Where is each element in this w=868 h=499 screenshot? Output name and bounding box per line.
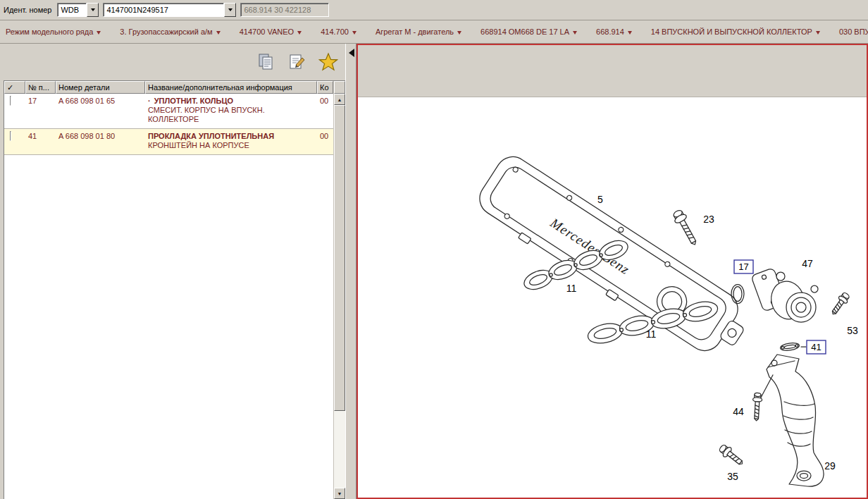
chevron-down-icon <box>91 8 95 11</box>
epc-window: Идент. номер Режим модельного ряда 3. Гр… <box>0 0 868 499</box>
chevron-down-icon <box>816 31 820 35</box>
scrollbar-track[interactable] <box>334 105 345 488</box>
header-name-column: Название/дополнительная информация <box>145 81 317 94</box>
parts-list-panel: ✓ № п... Номер детали Название/дополните… <box>0 44 345 499</box>
breadcrumb-label: 668914 OM668 DE 17 LA <box>480 27 569 36</box>
table-empty-area <box>4 155 333 499</box>
table-vertical-scrollbar[interactable]: ▲ ▼ <box>333 81 345 499</box>
qty-cell: 00 <box>317 129 333 154</box>
part-callout-box-17[interactable]: 17 <box>734 260 753 273</box>
chevron-up-icon: ▲ <box>337 97 342 102</box>
breadcrumb-label: 030 ВПУСКНОЙ КО <box>839 27 868 36</box>
favorites-star-icon[interactable] <box>318 52 338 72</box>
header-part-number-column: Номер детали <box>56 81 145 94</box>
part-callout-41: 41 <box>811 342 821 352</box>
row-checkbox[interactable] <box>10 131 11 141</box>
part-callout-11: 11 <box>566 283 577 294</box>
breadcrumb: Режим модельного ряда 3. Грузопассажирск… <box>0 20 868 44</box>
breadcrumb-label: 668.914 <box>596 27 624 36</box>
breadcrumb-item-model-code[interactable]: 414.700 <box>321 27 356 36</box>
ident-number-label: Идент. номер <box>4 6 51 14</box>
flange-gasket-part-41 <box>780 342 800 352</box>
header-check-column: ✓ <box>4 81 25 94</box>
breadcrumb-label: 14 ВПУСКНОЙ И ВЫПУСКНОЙ КОЛЛЕКТОР <box>651 27 812 36</box>
parts-table-header: ✓ № п... Номер детали Название/дополните… <box>4 81 333 94</box>
part-number-cell: A 668 098 01 80 <box>56 129 145 154</box>
position-cell: 17 <box>25 94 56 128</box>
part-name: ·УПЛОТНИТ. КОЛЬЦО <box>148 97 316 106</box>
part-callout-17: 17 <box>738 261 748 272</box>
edit-note-icon[interactable] <box>287 52 307 72</box>
drawing-canvas[interactable]: Mercedes-Benz <box>358 97 867 498</box>
mixing-housing-part-47 <box>751 268 818 323</box>
part-callout-box-41[interactable]: 41 <box>807 340 826 354</box>
chevron-down-icon <box>228 8 232 11</box>
scroll-up-button[interactable]: ▲ <box>334 94 345 105</box>
breadcrumb-item-engine-code[interactable]: 668.914 <box>596 27 632 36</box>
breadcrumb-item-model[interactable]: 414700 VANEO <box>240 27 302 36</box>
part-info-line: СМЕСИТ. КОРПУС НА ВПУСКН. <box>148 106 316 115</box>
ident-number-combo <box>103 3 236 17</box>
market-code-dropdown-button[interactable] <box>87 3 99 17</box>
parts-diagram: Mercedes-Benz <box>358 97 867 498</box>
part-callout-29: 29 <box>824 460 836 472</box>
table-row[interactable]: 17 A 668 098 01 65 ·УПЛОТНИТ. КОЛЬЦО СМЕ… <box>4 94 333 129</box>
qty-cell: 00 <box>317 94 333 128</box>
part-info-line: КОЛЛЕКТОРЕ <box>148 115 316 124</box>
scroll-down-button[interactable]: ▼ <box>334 488 345 499</box>
breadcrumb-item-model-range-mode[interactable]: Режим модельного ряда <box>6 27 101 36</box>
header-qty-column: Ко <box>317 81 333 94</box>
chevron-down-icon <box>297 31 302 35</box>
part-callout-47: 47 <box>802 258 813 269</box>
breadcrumb-item-subgroup[interactable]: 030 ВПУСКНОЙ КО <box>839 27 868 36</box>
part-name: ПРОКЛАДКА УПЛОТНИТЕЛЬНАЯ <box>148 132 316 141</box>
breadcrumb-item-aggregate[interactable]: Агрегат M - двигатель <box>376 27 461 36</box>
part-callout-53: 53 <box>847 325 858 336</box>
parts-table-grid: ✓ № п... Номер детали Название/дополните… <box>4 81 333 499</box>
chevron-down-icon: ▼ <box>337 491 342 496</box>
part-callout-5: 5 <box>597 194 603 205</box>
scrollbar-header-spacer <box>334 81 345 94</box>
chevron-down-icon <box>352 31 356 35</box>
part-callout-23: 23 <box>703 214 714 225</box>
part-name-cell: ПРОКЛАДКА УПЛОТНИТЕЛЬНАЯ КРОНШТЕЙН НА КО… <box>145 129 317 154</box>
aggregate-number-field <box>240 3 329 17</box>
breadcrumb-label: 3. Грузопассажирский а/м <box>120 27 212 36</box>
part-name-cell: ·УПЛОТНИТ. КОЛЬЦО СМЕСИТ. КОРПУС НА ВПУС… <box>145 94 317 128</box>
table-row-selected[interactable]: 41 A 668 098 01 80 ПРОКЛАДКА УПЛОТНИТЕЛЬ… <box>4 129 333 155</box>
part-callout-11: 11 <box>646 328 657 340</box>
breadcrumb-label: 414.700 <box>321 27 349 36</box>
breadcrumb-label: 414700 VANEO <box>240 27 294 36</box>
chevron-down-icon <box>97 31 101 35</box>
breadcrumb-item-engine[interactable]: 668914 OM668 DE 17 LA <box>480 27 577 36</box>
panel-splitter[interactable] <box>345 44 356 499</box>
support-bracket-part-29 <box>767 355 824 486</box>
o-ring-part-17 <box>731 285 744 304</box>
ident-number-dropdown-button[interactable] <box>224 3 236 17</box>
part-callout-44: 44 <box>733 406 744 417</box>
breadcrumb-item-vehicle-class[interactable]: 3. Грузопассажирский а/м <box>120 27 220 36</box>
copy-parts-icon[interactable] <box>256 52 276 72</box>
chevron-down-icon <box>216 31 221 35</box>
check-cell <box>4 94 25 128</box>
bullet-marker: · <box>148 97 151 105</box>
breadcrumb-label: Агрегат M - двигатель <box>376 27 454 36</box>
drawing-panel: Mercedes-Benz <box>356 44 868 499</box>
chevron-down-icon <box>573 31 577 35</box>
row-checkbox[interactable] <box>10 96 11 106</box>
ident-number-input[interactable] <box>103 3 224 17</box>
collapse-left-icon <box>349 49 354 57</box>
market-code-combo <box>57 3 99 17</box>
position-cell: 41 <box>25 129 56 154</box>
header-position-column: № п... <box>25 81 56 94</box>
market-code-input[interactable] <box>57 3 87 17</box>
bolt-part-23 <box>671 208 700 247</box>
part-callout-35: 35 <box>727 471 738 482</box>
scrollbar-thumb[interactable] <box>334 105 345 411</box>
chevron-down-icon <box>628 31 632 35</box>
breadcrumb-item-group[interactable]: 14 ВПУСКНОЙ И ВЫПУСКНОЙ КОЛЛЕКТОР <box>651 27 820 36</box>
bolt-part-44 <box>752 393 762 421</box>
check-cell <box>4 129 25 154</box>
bolt-part-53 <box>829 291 852 317</box>
chevron-down-icon <box>457 31 461 35</box>
